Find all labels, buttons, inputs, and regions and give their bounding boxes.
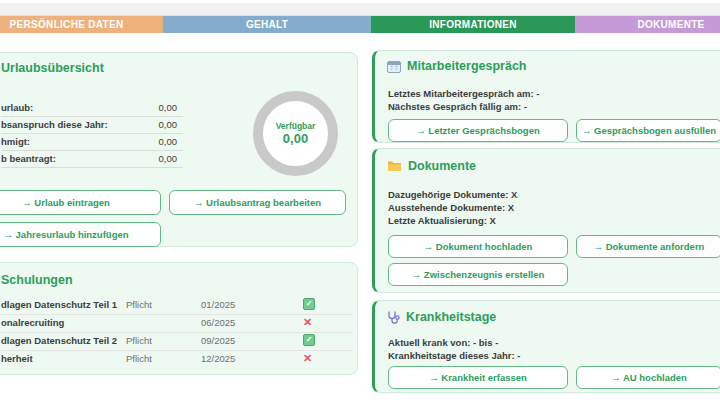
training-date: 09/2025 [201,335,235,346]
folder-icon [387,160,402,172]
panel-schulungen: Schulungen dlagen Datenschutz Teil 1 Pfl… [0,262,358,375]
trainings-title: Schulungen [1,273,73,287]
vacation-row: bsanspruch diese Jahr: 0,00 [1,116,183,134]
training-name: onalrecruiting [1,317,64,328]
documents-related-line: Dazugehörige Dokumente: X [388,189,517,200]
training-status-icon: ✕ [303,352,312,364]
interview-last-line: Letztes Mitarbeitergespräch am: - [388,88,540,99]
documents-outstanding-line: Ausstehende Dokumente: X [388,202,514,213]
au-hochladen-button[interactable]: → AU hochladen [576,366,720,389]
panel-urlaubsuebersicht: Urlaubsübersicht urlaub: 0,00 bsanspruch… [0,52,358,247]
training-name: herheit [1,353,33,364]
panel-krankheitstage: Krankheitstage Aktuell krank von: - bis … [372,300,720,393]
vacation-row: b beantragt: 0,00 [1,150,183,168]
training-type: Pflicht [126,353,152,364]
interview-title-row: Mitarbeitergespräch [387,59,526,73]
krankheit-erfassen-button[interactable]: → Krankheit erfassen [388,366,568,389]
panel-mitarbeitergespraech: Mitarbeitergespräch Letztes Mitarbeiterg… [372,50,720,143]
training-type: Pflicht [126,335,152,346]
interview-next-line: Nächstes Gespräch fällig am: - [388,101,527,112]
dokumente-anfordern-button[interactable]: → Dokumente anfordern [576,235,720,258]
training-status-icon: ✕ [303,316,312,328]
vacation-row-label: bsanspruch diese Jahr: [1,119,137,130]
vacation-available-donut: Verfügbar 0,00 [253,91,338,176]
vacation-row: hmigt: 0,00 [1,133,183,151]
stethoscope-icon [387,311,400,324]
top-scroll-strip [0,3,720,16]
vacation-row-value: 0,00 [137,102,183,113]
documents-updated-line: Letzte Aktualisierung: X [388,215,496,226]
zwischenzeugnis-erstellen-button[interactable]: → Zwischenzeugnis erstellen [388,263,568,286]
gespraechsbogen-ausfuellen-button[interactable]: → Gesprächsbogen ausfüllen [576,119,720,142]
jahresurlaub-hinzufuegen-button[interactable]: → Jahresurlaub hinzufügen [0,222,161,247]
vacation-row-label: b beantragt: [1,153,137,164]
sickdays-title: Krankheitstage [406,310,496,324]
sickdays-title-row: Krankheitstage [387,310,496,324]
documents-title-row: Dokumente [387,159,476,173]
training-date: 01/2025 [201,299,235,310]
training-row: onalrecruiting 06/2025 ✕ [1,314,353,333]
urlaubsantrag-bearbeiten-button[interactable]: → Urlaubsantrag bearbeiten [169,190,346,215]
sickdays-current-line: Aktuell krank von: - bis - [388,337,498,348]
training-date: 06/2025 [201,317,235,328]
training-name: dlagen Datenschutz Teil 2 [1,335,117,346]
training-status-icon: ✓ [303,298,315,310]
training-type: Pflicht [126,299,152,310]
documents-title: Dokumente [408,159,476,173]
panel-dokumente: Dokumente Dazugehörige Dokumente: X Auss… [372,148,720,293]
vacation-row-value: 0,00 [137,119,183,130]
vacation-row-value: 0,00 [137,153,183,164]
tab-informationen[interactable]: INFORMATIONEN [371,16,575,33]
vacation-row-label: urlaub: [1,102,137,113]
calendar-icon [387,60,401,73]
training-row: dlagen Datenschutz Teil 1 Pflicht 01/202… [1,296,353,315]
tab-dokumente[interactable]: DOKUMENTE [575,16,720,33]
training-row: herheit Pflicht 12/2025 ✕ [1,350,353,368]
app-window: PERSÖNLICHE DATEN GEHALT INFORMATIONEN D… [0,0,720,405]
sickdays-year-line: Krankheitstage dieses Jahr: - [388,350,521,361]
tab-gehalt[interactable]: GEHALT [163,16,371,33]
interview-title: Mitarbeitergespräch [407,59,526,73]
vacation-row-value: 0,00 [137,136,183,147]
training-name: dlagen Datenschutz Teil 1 [1,299,117,310]
training-status-icon: ✓ [303,334,315,346]
training-row: dlagen Datenschutz Teil 2 Pflicht 09/202… [1,332,353,351]
vacation-row-label: hmigt: [1,136,137,147]
vacation-title: Urlaubsübersicht [1,61,104,75]
urlaub-eintragen-button[interactable]: → Urlaub eintragen [0,190,161,215]
vacation-row: urlaub: 0,00 [1,99,183,117]
letzter-gespraechsbogen-button[interactable]: → Letzter Gesprächsbogen [388,119,568,142]
dokument-hochladen-button[interactable]: → Dokument hochladen [388,235,568,258]
donut-value: 0,00 [283,131,308,146]
donut-label: Verfügbar [276,121,316,131]
training-date: 12/2025 [201,353,235,364]
tab-persoenliche-daten[interactable]: PERSÖNLICHE DATEN [0,16,163,33]
